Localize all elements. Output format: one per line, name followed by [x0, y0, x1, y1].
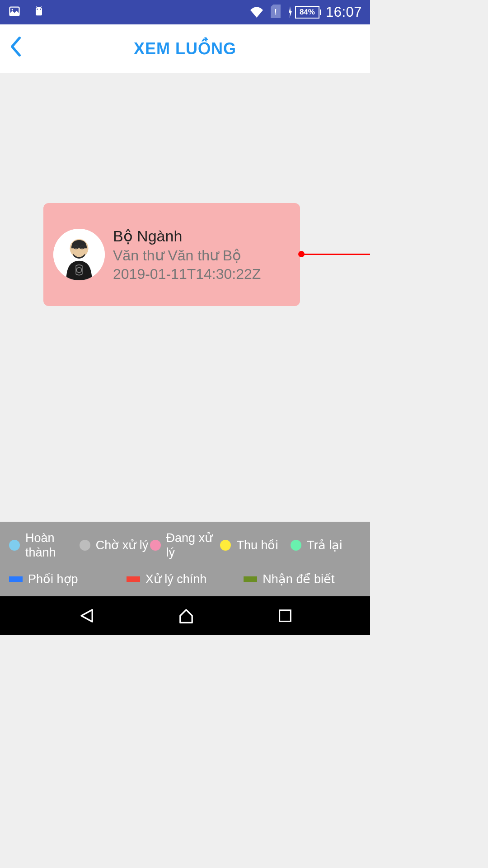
legend-bar-nhan-de-biet: [244, 576, 257, 582]
legend-label: Phối hợp: [28, 572, 78, 586]
system-nav-bar: [0, 596, 370, 635]
legend-label: Thu hồi: [236, 538, 278, 552]
flow-canvas[interactable]: Bộ Ngành Văn thư Văn thư Bộ 2019-01-11T1…: [0, 73, 370, 522]
legend-row-circles: Hoàn thành Chờ xử lý Đang xử lý Thu hồi …: [9, 531, 361, 560]
legend-marker-thu-hoi: [220, 540, 231, 551]
legend-label: Xử lý chính: [145, 572, 207, 586]
legend-item: Phối hợp: [9, 572, 127, 586]
svg-point-2: [37, 9, 38, 10]
legend-item: Trả lại: [291, 531, 361, 560]
flow-node-card[interactable]: Bộ Ngành Văn thư Văn thư Bộ 2019-01-11T1…: [43, 203, 300, 306]
legend-marker-cho-xu-ly: [80, 540, 90, 551]
legend-marker-hoan-thanh: [9, 540, 20, 551]
svg-rect-13: [280, 610, 291, 621]
svg-line-4: [36, 7, 37, 8]
legend-marker-tra-lai: [291, 540, 301, 551]
legend-item: Hoàn thành: [9, 531, 80, 560]
nav-home-button[interactable]: [176, 606, 196, 626]
legend-label: Hoàn thành: [25, 531, 80, 560]
legend-label: Đang xử lý: [166, 531, 221, 560]
svg-point-1: [12, 9, 13, 11]
back-button[interactable]: [9, 37, 23, 61]
sim-icon: !: [271, 5, 281, 20]
legend-item: Đang xử lý: [150, 531, 221, 560]
legend-bar-xu-ly-chinh: [127, 576, 140, 582]
avatar: [53, 229, 105, 280]
svg-text:!: !: [274, 8, 277, 16]
legend-bar-phoi-hop: [9, 576, 23, 582]
nav-recent-button[interactable]: [277, 607, 294, 624]
legend-marker-dang-xu-ly: [150, 540, 161, 551]
legend-label: Chờ xử lý: [96, 538, 149, 552]
status-time: 16:07: [326, 4, 362, 20]
svg-point-3: [40, 9, 41, 10]
nav-back-button[interactable]: [76, 606, 96, 626]
legend-item: Nhận để biết: [244, 572, 361, 586]
android-icon: [33, 5, 45, 19]
legend-row-bars: Phối hợp Xử lý chính Nhận để biết: [9, 572, 361, 586]
app-header: XEM LUỒNG: [0, 24, 370, 73]
svg-line-5: [41, 7, 42, 8]
connector-line: [300, 254, 370, 255]
battery-indicator: 84%: [287, 6, 319, 19]
legend-panel: Hoàn thành Chờ xử lý Đang xử lý Thu hồi …: [0, 522, 370, 596]
wifi-icon: [249, 5, 264, 19]
legend-item: Thu hồi: [220, 531, 291, 560]
legend-item: Xử lý chính: [127, 572, 244, 586]
node-subtitle: Văn thư Văn thư Bộ: [113, 247, 261, 264]
legend-label: Nhận để biết: [263, 572, 334, 586]
node-timestamp: 2019-01-11T14:30:22Z: [113, 266, 261, 283]
page-title: XEM LUỒNG: [134, 39, 236, 58]
node-title: Bộ Ngành: [113, 227, 261, 245]
image-icon: [8, 5, 21, 19]
status-bar: ! 84% 16:07: [0, 0, 370, 24]
legend-label: Trả lại: [307, 538, 342, 552]
legend-item: Chờ xử lý: [80, 531, 150, 560]
